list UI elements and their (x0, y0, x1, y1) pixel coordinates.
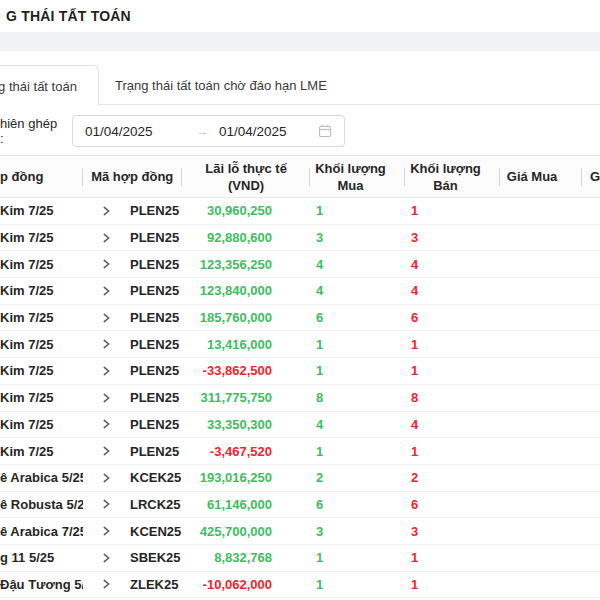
col-header-sell-price: G (582, 156, 600, 197)
buy-volume-value: 1 (312, 337, 407, 352)
contract-name: Kim 7/25 (0, 363, 83, 378)
col-header-contract-code: Mã hợp đồng (83, 156, 182, 197)
contract-code-cell: LRCK25 (83, 497, 183, 512)
expand-row-icon[interactable] (102, 286, 111, 296)
buy-volume-value: 6 (312, 497, 407, 512)
contract-code: PLEN25 (130, 337, 179, 352)
contract-name: Kim 7/25 (0, 310, 83, 325)
sell-volume-value: 1 (407, 363, 503, 378)
page-header: G THÁI TẤT TOÁN (0, 0, 600, 32)
sell-volume-value: 1 (407, 337, 503, 352)
expand-row-icon[interactable] (102, 339, 111, 349)
contract-name: Kim 7/25 (0, 203, 83, 218)
expand-row-icon[interactable] (102, 366, 111, 376)
date-from-input[interactable]: 01/04/2025 (85, 124, 185, 139)
realized-pnl-value: 33,350,300 (183, 417, 312, 432)
expand-row-icon[interactable] (102, 393, 111, 403)
contract-name: ê Arabica 7/25 (0, 524, 83, 539)
expand-row-icon[interactable] (102, 233, 111, 243)
realized-pnl-value: -3,467,520 (183, 444, 312, 459)
tab-settlement-status-lme[interactable]: Trạng thái tất toán chờ đáo hạn LME (115, 65, 327, 105)
expand-row-icon[interactable] (102, 313, 111, 323)
contract-name: ê Arabica 5/25 (0, 470, 83, 485)
calendar-icon[interactable] (318, 124, 332, 138)
table-row: g 11 5/25SBEK258,832,76811 (0, 545, 600, 572)
contract-name: g 11 5/25 (0, 550, 83, 565)
expand-row-icon[interactable] (102, 499, 111, 509)
col-header-sell-volume: Khối lượng Bán (405, 156, 501, 197)
col-header-realized-pnl: Lãi lỗ thực tế (VND) (182, 156, 310, 197)
table-row: Kim 7/25PLEN25123,356,25044 (0, 251, 600, 278)
contract-code-cell: PLEN25 (83, 230, 183, 245)
expand-row-icon[interactable] (102, 259, 111, 269)
contract-code: LRCK25 (130, 497, 181, 512)
contract-code: PLEN25 (130, 363, 179, 378)
realized-pnl-value: 13,416,000 (183, 337, 312, 352)
contract-code-cell: SBEK25 (83, 550, 183, 565)
table-row: Kim 7/25PLEN25185,760,00066 (0, 305, 600, 332)
contract-code-cell: ZLEK25 (83, 577, 183, 592)
expand-row-icon[interactable] (102, 446, 111, 456)
realized-pnl-value: 61,146,000 (183, 497, 312, 512)
date-range-picker[interactable]: 01/04/2025 → 01/04/2025 (72, 115, 345, 147)
buy-volume-value: 6 (312, 310, 407, 325)
contract-code-cell: PLEN25 (83, 337, 183, 352)
buy-volume-value: 4 (312, 283, 407, 298)
table-row: ê Arabica 5/25KCEK25193,016,25022 (0, 465, 600, 492)
table-row: Kim 7/25PLEN2513,416,00011 (0, 331, 600, 358)
contract-code: PLEN25 (130, 203, 179, 218)
buy-volume-value: 1 (312, 550, 407, 565)
sell-volume-value: 1 (407, 444, 503, 459)
buy-volume-value: 4 (312, 257, 407, 272)
col-header-buy-price: Giá Mua (500, 156, 582, 197)
buy-volume-value: 2 (312, 470, 407, 485)
contract-code: PLEN25 (130, 283, 179, 298)
expand-row-icon[interactable] (102, 206, 111, 216)
sell-volume-value: 4 (407, 257, 503, 272)
table-row: Kim 7/25PLEN2530,960,25011 (0, 198, 600, 225)
contract-code: PLEN25 (130, 417, 179, 432)
buy-volume-value: 4 (312, 417, 407, 432)
buy-volume-value: 3 (312, 524, 407, 539)
expand-row-icon[interactable] (102, 579, 111, 589)
table-row: ê Arabica 7/25KCEN25425,700,00033 (0, 518, 600, 545)
contract-code-cell: PLEN25 (83, 417, 183, 432)
contract-code: ZLEK25 (130, 577, 178, 592)
table-row: Kim 7/25PLEN25-33,862,50011 (0, 358, 600, 385)
col-header-contract: p đồng (0, 156, 83, 197)
realized-pnl-value: 123,840,000 (183, 283, 312, 298)
col-header-buy-volume: Khối lượng Mua (310, 156, 405, 197)
contract-code-cell: PLEN25 (83, 363, 183, 378)
sell-volume-value: 1 (407, 577, 503, 592)
match-session-date-label: hiên ghép : (0, 116, 63, 146)
buy-volume-value: 1 (312, 363, 407, 378)
contract-code: SBEK25 (130, 550, 181, 565)
contract-name: ê Robusta 5/25 (0, 497, 83, 512)
contract-code-cell: PLEN25 (83, 390, 183, 405)
expand-row-icon[interactable] (102, 526, 111, 536)
content-card: g thái tất toán Trạng thái tất toán chờ … (0, 51, 600, 598)
contract-code: KCEK25 (130, 470, 181, 485)
expand-row-icon[interactable] (102, 553, 111, 563)
sell-volume-value: 4 (407, 283, 503, 298)
realized-pnl-value: -10,062,000 (183, 577, 312, 592)
sell-volume-value: 2 (407, 470, 503, 485)
date-to-input[interactable]: 01/04/2025 (219, 124, 318, 139)
contract-name: Kim 7/25 (0, 283, 83, 298)
sell-volume-value: 8 (407, 390, 503, 405)
realized-pnl-value: 193,016,250 (183, 470, 312, 485)
realized-pnl-value: 30,960,250 (183, 203, 312, 218)
sell-volume-value: 4 (407, 417, 503, 432)
expand-row-icon[interactable] (102, 419, 111, 429)
settlement-status-screen: G THÁI TẤT TOÁN g thái tất toán Trạng th… (0, 0, 600, 600)
sell-volume-value: 3 (407, 524, 503, 539)
contract-code-cell: PLEN25 (83, 257, 183, 272)
table-row: Kim 7/25PLEN25311,775,75088 (0, 385, 600, 412)
contract-code: PLEN25 (130, 257, 179, 272)
contract-code-cell: KCEN25 (83, 524, 183, 539)
table-header-row: p đồng Mã hợp đồng Lãi lỗ thực tế (VND) … (0, 155, 600, 198)
tabs-bar: g thái tất toán Trạng thái tất toán chờ … (0, 51, 600, 105)
sell-volume-value: 3 (407, 230, 503, 245)
tab-settlement-status[interactable]: g thái tất toán (0, 65, 99, 106)
expand-row-icon[interactable] (102, 473, 111, 483)
